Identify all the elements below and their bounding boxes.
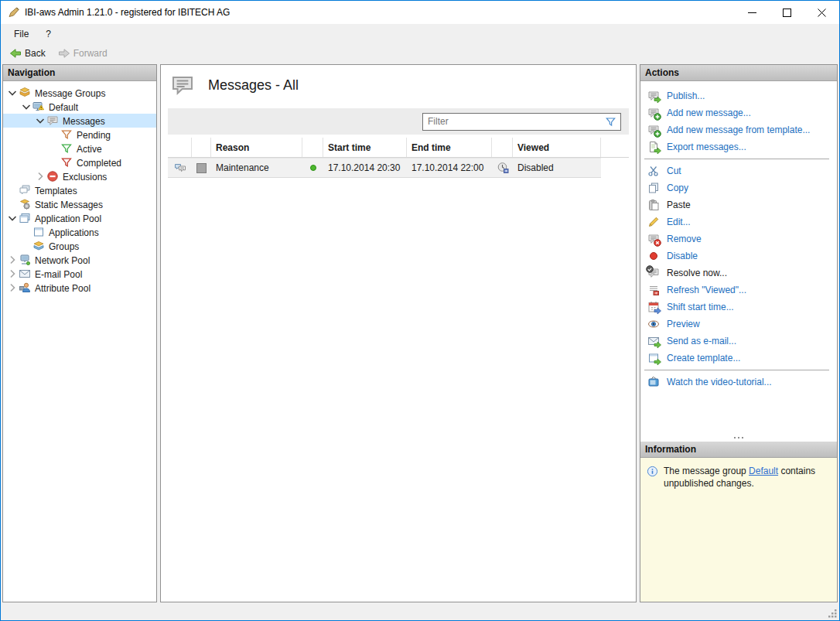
nav-item-label: Applications bbox=[49, 227, 99, 238]
navigation-header: Navigation bbox=[3, 65, 156, 81]
information-header: Information bbox=[640, 442, 837, 458]
export-messages-icon bbox=[647, 141, 660, 153]
messages-icon bbox=[46, 114, 59, 127]
chevron-right-icon[interactable] bbox=[34, 170, 46, 183]
maximize-button[interactable] bbox=[770, 1, 804, 24]
app-window: IBI-aws Admin 1.21.0 - registered for IB… bbox=[0, 0, 840, 621]
close-button[interactable] bbox=[804, 1, 839, 24]
action-remove[interactable]: Remove bbox=[640, 230, 837, 247]
nav-item-default[interactable]: Default bbox=[3, 100, 156, 114]
row-message-icon bbox=[168, 158, 192, 178]
chevron-down-icon[interactable] bbox=[20, 101, 32, 113]
column-viewed-icon[interactable] bbox=[492, 138, 513, 157]
nav-item-message-groups[interactable]: Message Groups bbox=[3, 86, 156, 100]
action-label: Shift start time... bbox=[667, 302, 734, 312]
message-group-warning-icon bbox=[32, 101, 45, 113]
nav-item-static-messages[interactable]: Static Messages bbox=[3, 197, 156, 211]
resize-grip[interactable] bbox=[827, 608, 838, 619]
action-refresh-viewed[interactable]: Refresh "Viewed"... bbox=[640, 281, 837, 299]
menu-help[interactable]: ? bbox=[39, 26, 58, 42]
table-row[interactable]: Maintenance 17.10.2014 20:30 17.10.2014 … bbox=[168, 158, 629, 178]
nav-item-email-pool[interactable]: E-mail Pool bbox=[3, 267, 156, 281]
action-export-messages[interactable]: Export messages... bbox=[640, 138, 837, 155]
column-start-time[interactable]: Start time bbox=[323, 138, 407, 157]
right-panel: Actions Publish... Add new message... Ad… bbox=[640, 64, 838, 602]
disable-icon bbox=[647, 250, 660, 262]
forward-button: Forward bbox=[54, 46, 111, 61]
nav-item-active[interactable]: Active bbox=[3, 142, 156, 155]
chevron-right-icon[interactable] bbox=[6, 281, 19, 294]
filter-pending-icon bbox=[60, 128, 73, 141]
chevron-right-icon[interactable] bbox=[6, 268, 19, 280]
action-shift-start-time[interactable]: Shift start time... bbox=[640, 299, 837, 316]
nav-item-attribute-pool[interactable]: Attribute Pool bbox=[3, 281, 156, 295]
filter-funnel-icon[interactable] bbox=[605, 116, 616, 128]
nav-item-templates[interactable]: Templates bbox=[3, 183, 156, 197]
action-add-new-message[interactable]: Add new message... bbox=[640, 104, 837, 121]
menu-file[interactable]: File bbox=[7, 26, 36, 42]
chevron-right-icon[interactable] bbox=[6, 254, 19, 266]
action-label: Add new message from template... bbox=[667, 125, 810, 135]
action-cut[interactable]: Cut bbox=[640, 162, 837, 179]
nav-item-applications[interactable]: Applications bbox=[3, 225, 156, 239]
column-status[interactable] bbox=[302, 138, 323, 157]
attribute-pool-icon bbox=[19, 281, 31, 294]
action-add-new-message-from-template[interactable]: Add new message from template... bbox=[640, 121, 837, 138]
action-publish[interactable]: Publish... bbox=[640, 87, 837, 104]
back-button[interactable]: Back bbox=[5, 46, 50, 61]
action-create-template[interactable]: Create template... bbox=[640, 350, 837, 367]
chevron-down-icon[interactable] bbox=[6, 212, 19, 224]
nav-item-network-pool[interactable]: Network Pool bbox=[3, 253, 156, 267]
nav-item-label: E-mail Pool bbox=[35, 268, 82, 280]
column-color[interactable] bbox=[192, 138, 211, 157]
actions-list: Publish... Add new message... Add new me… bbox=[640, 81, 837, 433]
column-viewed[interactable]: Viewed bbox=[513, 138, 601, 157]
actions-separator bbox=[644, 159, 829, 159]
nav-item-label: Active bbox=[77, 143, 102, 155]
action-label: Refresh "Viewed"... bbox=[667, 285, 746, 295]
back-label: Back bbox=[25, 48, 46, 59]
viewed-refresh-icon bbox=[492, 158, 513, 178]
row-filler bbox=[601, 158, 629, 178]
video-tutorial-icon bbox=[647, 376, 660, 388]
action-preview[interactable]: Preview bbox=[640, 316, 837, 333]
info-icon bbox=[647, 466, 658, 477]
add-message-icon bbox=[647, 107, 660, 119]
navigation-panel: Navigation Message Groups Default Messag… bbox=[2, 64, 157, 602]
main-panel: Messages - All Reason Start time End tim… bbox=[160, 64, 637, 602]
nav-item-groups[interactable]: Groups bbox=[3, 239, 156, 253]
minimize-button[interactable] bbox=[735, 1, 770, 24]
chevron-down-icon[interactable] bbox=[34, 114, 46, 127]
filter-active-icon bbox=[60, 142, 73, 155]
filter-input[interactable] bbox=[423, 116, 605, 127]
column-end-time[interactable]: End time bbox=[407, 138, 492, 157]
action-watch-video-tutorial[interactable]: Watch the video-tutorial... bbox=[640, 374, 837, 391]
static-messages-icon bbox=[19, 198, 31, 210]
nav-item-pending[interactable]: Pending bbox=[3, 128, 156, 142]
splitter-handle[interactable] bbox=[640, 433, 837, 442]
nav-item-completed[interactable]: Completed bbox=[3, 155, 156, 169]
groups-icon bbox=[32, 240, 45, 252]
column-message-icon[interactable] bbox=[168, 138, 192, 157]
action-label: Edit... bbox=[667, 217, 691, 227]
action-send-as-email[interactable]: Send as e-mail... bbox=[640, 333, 837, 350]
action-edit[interactable]: Edit... bbox=[640, 213, 837, 230]
action-disable[interactable]: Disable bbox=[640, 247, 837, 264]
action-label: Resolve now... bbox=[667, 268, 727, 278]
resolve-now-icon bbox=[647, 267, 660, 279]
column-reason[interactable]: Reason bbox=[211, 138, 302, 157]
nav-item-application-pool[interactable]: Application Pool bbox=[3, 211, 156, 225]
page-title: Messages - All bbox=[208, 77, 299, 94]
message-group-link[interactable]: Default bbox=[749, 466, 778, 476]
forward-label: Forward bbox=[73, 48, 108, 59]
chevron-down-icon[interactable] bbox=[6, 87, 19, 99]
action-copy[interactable]: Copy bbox=[640, 179, 837, 196]
nav-item-label: Templates bbox=[35, 185, 77, 196]
nav-item-messages[interactable]: Messages bbox=[3, 114, 156, 128]
filter-box bbox=[422, 113, 621, 131]
chevron-spacer bbox=[6, 184, 19, 196]
nav-item-exclusions[interactable]: Exclusions bbox=[3, 169, 156, 183]
information-text: The message group Default contains unpub… bbox=[664, 465, 828, 595]
nav-item-label: Network Pool bbox=[35, 254, 90, 266]
workspace: Navigation Message Groups Default Messag… bbox=[1, 63, 839, 604]
